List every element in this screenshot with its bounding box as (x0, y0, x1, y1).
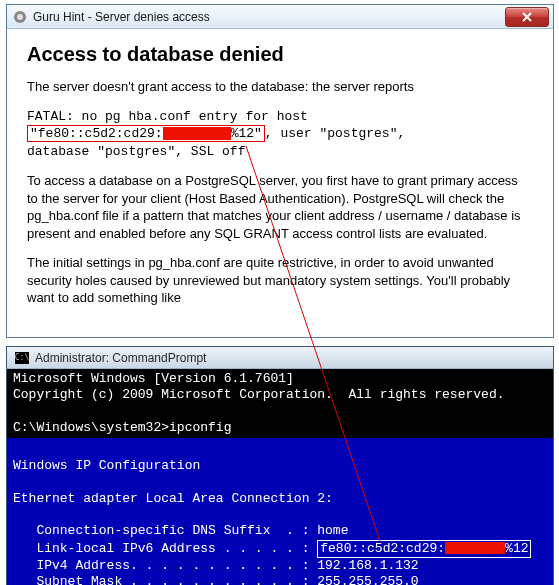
svg-point-1 (17, 14, 23, 20)
subnet-mask-value: 255.255.255.0 (317, 574, 418, 585)
dns-suffix-value: home (317, 523, 348, 538)
command-prompt-title: Administrator: CommandPrompt (35, 351, 206, 365)
close-icon (522, 12, 532, 22)
highlighted-host: "fe80::c5d2:cd29:%12" (27, 125, 265, 142)
error-intro: The server doesn't grant access to the d… (27, 78, 531, 96)
redacted-segment (163, 127, 231, 140)
highlighted-link-local: fe80::c5d2:cd29:%12 (317, 540, 531, 558)
explanation-para-1: To access a database on a PostgreSQL ser… (27, 172, 531, 242)
fatal-line-1: FATAL: no pg hba.conf entry for host (27, 109, 308, 124)
command-prompt-window: C:\ Administrator: CommandPrompt Microso… (6, 346, 554, 585)
cmd-icon: C:\ (15, 352, 29, 364)
fatal-line-3: database "postgres", SSL off (27, 144, 245, 159)
explanation-para-2: The initial settings in pg_hba.conf are … (27, 254, 531, 307)
guru-hint-title: Guru Hint - Server denies access (33, 10, 505, 24)
error-heading: Access to database denied (27, 43, 531, 66)
link-local-suffix: %12 (505, 541, 528, 556)
copyright-line: Copyright (c) 2009 Microsoft Corporation… (13, 387, 504, 402)
dns-suffix-label: Connection-specific DNS Suffix . : (13, 523, 317, 538)
terminal-output[interactable]: Microsoft Windows [Version 6.1.7601] Cop… (7, 369, 553, 585)
ipv4-value: 192.168.1.132 (317, 558, 418, 573)
adapter-heading: Ethernet adapter Local Area Connection 2… (13, 491, 333, 506)
guru-hint-body: Access to database denied The server doe… (7, 29, 553, 337)
app-icon (13, 10, 27, 24)
subnet-mask-label: Subnet Mask . . . . . . . . . . . : (13, 574, 317, 585)
fatal-message: FATAL: no pg hba.conf entry for host "fe… (27, 108, 531, 161)
prompt-line: C:\Windows\system32>ipconfig (13, 420, 231, 435)
guru-hint-titlebar[interactable]: Guru Hint - Server denies access (7, 5, 553, 29)
host-prefix: "fe80::c5d2:cd29: (30, 126, 163, 141)
host-suffix: %12" (231, 126, 262, 141)
ipv4-label: IPv4 Address. . . . . . . . . . . : (13, 558, 317, 573)
link-local-label: Link-local IPv6 Address . . . . . : (13, 541, 317, 556)
command-prompt-titlebar[interactable]: C:\ Administrator: CommandPrompt (7, 347, 553, 369)
fatal-tail: , user "postgres", (265, 126, 405, 141)
win-version-line: Microsoft Windows [Version 6.1.7601] (13, 371, 294, 386)
guru-hint-window: Guru Hint - Server denies access Access … (6, 4, 554, 338)
close-button[interactable] (505, 7, 549, 27)
link-local-prefix: fe80::c5d2:cd29: (320, 541, 445, 556)
ipconfig-heading: Windows IP Configuration (13, 458, 200, 473)
redacted-segment-2 (445, 542, 505, 554)
